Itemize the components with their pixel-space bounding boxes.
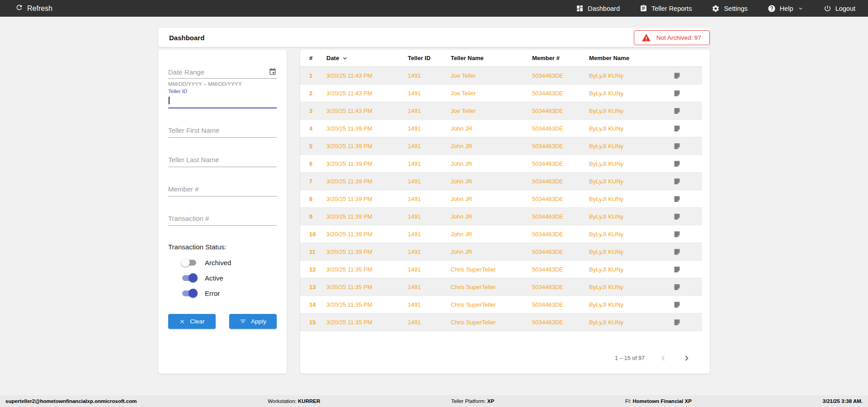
note-icon[interactable] (673, 266, 681, 273)
table-row[interactable]: 13 3/20/25 11:35 PM 1491 Chris SuperTell… (300, 278, 702, 296)
member-number-cell: 5034463DE (532, 178, 589, 185)
member-number-field[interactable]: Member # (168, 181, 277, 196)
note-icon[interactable] (673, 72, 681, 80)
note-icon[interactable] (673, 178, 681, 185)
status-datetime: 3/21/25 3:38 AM. (823, 398, 863, 404)
apply-button[interactable]: Apply (229, 314, 277, 329)
table-row[interactable]: 1 3/20/25 11:43 PM 1491 Joe Teller 50344… (300, 67, 702, 84)
teller-name-cell: John JR (451, 178, 532, 185)
row-number-cell: 2 (309, 90, 326, 97)
teller-id-input[interactable] (168, 94, 277, 107)
member-name-cell: ByLyJI KUNy (589, 266, 673, 273)
member-name-cell: ByLyJI KUNy (589, 160, 673, 167)
date-range-field[interactable]: Date Range MM/DD/YYYY – MM/DD/YYYY Telle… (168, 67, 277, 108)
table-row[interactable]: 11 3/20/25 11:39 PM 1491 John JR 5034463… (300, 243, 702, 261)
table-row[interactable]: 3 3/20/25 11:43 PM 1491 Joe Teller 50344… (300, 102, 702, 120)
table-row[interactable]: 15 3/20/25 11:35 PM 1491 Chris SuperTell… (300, 313, 702, 331)
nav-item-teller-reports[interactable]: Teller Reports (640, 5, 692, 12)
refresh-button[interactable]: Refresh (15, 4, 52, 13)
table-row[interactable]: 7 3/20/25 11:39 PM 1491 John JR 5034463D… (300, 173, 702, 190)
note-icon[interactable] (673, 248, 681, 256)
table-body: 1 3/20/25 11:43 PM 1491 Joe Teller 50344… (300, 67, 710, 331)
row-number-cell: 13 (309, 284, 326, 290)
note-icon[interactable] (673, 160, 681, 168)
page-header-card: Dashboard Not Archived: 97 (158, 28, 710, 47)
member-name-cell: ByLyJI KUNy (589, 125, 673, 132)
pagination-range-label: 1 – 15 of 97 (615, 355, 645, 361)
nav-item-logout[interactable]: Logout (824, 5, 855, 12)
transactions-table-card: # Date Teller ID Teller Name Member # Me… (300, 50, 710, 374)
teller-last-name-field[interactable]: Teller Last Name (168, 152, 277, 167)
table-row[interactable]: 9 3/20/25 11:39 PM 1491 John JR 5034463D… (300, 208, 702, 225)
column-header-teller-id[interactable]: Teller ID (408, 55, 451, 61)
toggle-error[interactable]: Error (181, 288, 220, 299)
row-number-cell: 5 (309, 143, 326, 150)
table-row[interactable]: 6 3/20/25 11:39 PM 1491 John JR 5034463D… (300, 155, 702, 173)
member-name-cell: ByLyJI KUNy (589, 90, 673, 97)
note-icon[interactable] (673, 195, 681, 203)
nav-item-help[interactable]: Help (768, 5, 804, 13)
table-row[interactable]: 10 3/20/25 11:39 PM 1491 John JR 5034463… (300, 225, 702, 243)
nav-item-settings[interactable]: Settings (712, 5, 747, 13)
table-row[interactable]: 2 3/20/25 11:43 PM 1491 Joe Teller 50344… (300, 84, 702, 102)
column-header-teller-name[interactable]: Teller Name (451, 55, 532, 61)
table-row[interactable]: 12 3/20/25 11:35 PM 1491 Chris SuperTell… (300, 261, 702, 278)
row-number-cell: 10 (309, 231, 326, 238)
teller-first-name-field[interactable]: Teller First Name (168, 122, 277, 138)
teller-name-cell: John JR (451, 160, 532, 167)
note-icon[interactable] (673, 213, 681, 220)
teller-id-cell: 1491 (408, 196, 451, 202)
row-number-cell: 9 (309, 213, 326, 220)
note-icon[interactable] (673, 125, 681, 132)
teller-id-focus-underline (168, 108, 277, 108)
teller-reports-icon (640, 5, 647, 12)
sort-chevron-icon (341, 55, 349, 62)
field-underline (168, 196, 277, 196)
error-toggle-switch[interactable] (181, 289, 198, 298)
member-name-cell: ByLyJI KUNy (589, 231, 673, 238)
note-icon[interactable] (673, 107, 681, 115)
table-row[interactable]: 14 3/20/25 11:35 PM 1491 Chris SuperTell… (300, 296, 702, 313)
toggle-archived[interactable]: Archived (181, 257, 231, 268)
column-header-member-name[interactable]: Member Name (589, 55, 673, 61)
note-icon[interactable] (673, 89, 681, 97)
teller-name-cell: John JR (451, 248, 532, 255)
active-toggle-switch[interactable] (181, 273, 198, 282)
text-caret (169, 97, 170, 104)
nav-item-label: Help (780, 5, 793, 12)
member-name-cell: ByLyJI KUNy (589, 196, 673, 202)
note-icon[interactable] (673, 142, 681, 150)
teller-id-cell: 1491 (408, 213, 451, 220)
column-header-number[interactable]: # (309, 55, 326, 61)
table-row[interactable]: 4 3/20/25 11:39 PM 1491 John JR 5034463D… (300, 120, 702, 137)
table-row[interactable]: 8 3/20/25 11:39 PM 1491 John JR 5034463D… (300, 190, 702, 208)
member-name-cell: ByLyJI KUNy (589, 72, 673, 79)
next-page-icon[interactable] (682, 353, 692, 363)
teller-id-cell: 1491 (408, 143, 451, 150)
date-cell: 3/20/25 11:35 PM (326, 266, 408, 273)
member-name-cell: ByLyJI KUNy (589, 178, 673, 185)
teller-id-cell: 1491 (408, 284, 451, 290)
column-header-member-number[interactable]: Member # (532, 55, 589, 61)
teller-platform-info: Teller Platform: XP (451, 398, 494, 404)
teller-first-name-placeholder: Teller First Name (168, 126, 219, 134)
column-header-date[interactable]: Date (326, 55, 408, 62)
archived-toggle-switch[interactable] (181, 258, 198, 267)
table-row[interactable]: 5 3/20/25 11:39 PM 1491 John JR 5034463D… (300, 137, 702, 155)
toggle-active[interactable]: Active (181, 272, 223, 283)
nav-item-dashboard[interactable]: Dashboard (576, 5, 620, 12)
member-number-cell: 5034463DE (532, 213, 589, 220)
note-icon[interactable] (673, 318, 681, 326)
date-cell: 3/20/25 11:39 PM (326, 143, 408, 150)
note-icon[interactable] (673, 230, 681, 238)
previous-page-icon (658, 353, 668, 363)
teller-name-cell: Chris SuperTeller (451, 284, 532, 290)
calendar-icon[interactable] (269, 68, 277, 76)
note-icon[interactable] (673, 301, 681, 309)
member-number-cell: 5034463DE (532, 248, 589, 255)
row-number-cell: 11 (309, 248, 326, 255)
date-cell: 3/20/25 11:43 PM (326, 108, 408, 114)
note-icon[interactable] (673, 283, 681, 291)
transaction-number-field[interactable]: Transaction # (168, 211, 277, 226)
clear-button[interactable]: Clear (168, 314, 216, 329)
